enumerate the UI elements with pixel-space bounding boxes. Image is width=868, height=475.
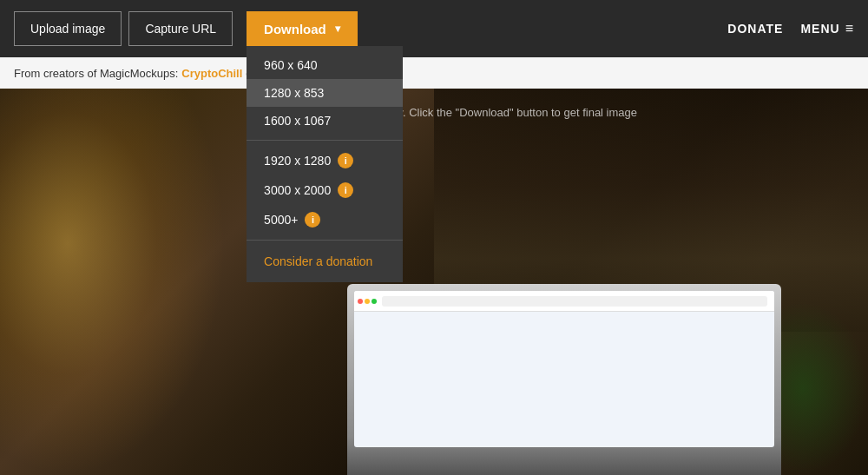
upload-image-button[interactable]: Upload image xyxy=(14,11,122,46)
download-option-1600[interactable]: 1600 x 1067 xyxy=(247,107,403,135)
hamburger-icon: ≡ xyxy=(845,21,854,36)
laptop-screen xyxy=(354,291,774,447)
laptop-browser-nav xyxy=(354,291,774,312)
menu-label: MENU xyxy=(800,22,839,36)
main-content-area: This is just a preview. Click the "Downl… xyxy=(0,89,868,475)
header: Upload image Capture URL Download ▾ 960 … xyxy=(0,0,868,57)
lamp-decoration xyxy=(0,89,226,475)
download-option-960[interactable]: 960 x 640 xyxy=(247,51,403,79)
download-wrapper: Download ▾ 960 x 640 1280 x 853 1600 x 1… xyxy=(247,11,358,46)
address-bar xyxy=(382,296,767,307)
info-icon-3000: i xyxy=(338,182,353,198)
download-option-5000[interactable]: 5000+ i xyxy=(247,205,403,234)
dropdown-divider-2 xyxy=(247,240,403,241)
info-icon-1920: i xyxy=(338,153,353,168)
download-label: Download xyxy=(264,22,326,36)
header-left: Upload image Capture URL Download ▾ 960 … xyxy=(14,11,358,46)
dropdown-divider xyxy=(247,140,403,141)
laptop-screen-content xyxy=(354,291,774,447)
donation-link[interactable]: Consider a donation xyxy=(247,246,403,277)
header-right: DONATE MENU ≡ xyxy=(727,21,854,36)
laptop-mockup xyxy=(347,284,781,475)
download-dropdown: 960 x 640 1280 x 853 1600 x 1067 1920 x … xyxy=(247,46,403,282)
banner-prefix: From creators of MagicMockups: xyxy=(14,67,178,80)
download-button[interactable]: Download ▾ xyxy=(247,11,358,46)
menu-button[interactable]: MENU ≡ xyxy=(800,21,854,36)
capture-url-button[interactable]: Capture URL xyxy=(128,11,233,46)
donate-button[interactable]: DONATE xyxy=(727,22,783,36)
dot-yellow xyxy=(365,299,370,304)
banner: From creators of MagicMockups: CryptoChi… xyxy=(0,57,868,89)
banner-brand[interactable]: CryptoChill xyxy=(181,67,242,80)
dot-red xyxy=(358,299,363,304)
info-icon-5000: i xyxy=(305,212,320,228)
dot-green xyxy=(372,299,377,304)
download-arrow-icon: ▾ xyxy=(335,23,340,35)
download-option-1280[interactable]: 1280 x 853 xyxy=(247,79,403,107)
download-option-3000[interactable]: 3000 x 2000 i xyxy=(247,175,403,205)
download-option-1920[interactable]: 1920 x 1280 i xyxy=(247,146,403,175)
